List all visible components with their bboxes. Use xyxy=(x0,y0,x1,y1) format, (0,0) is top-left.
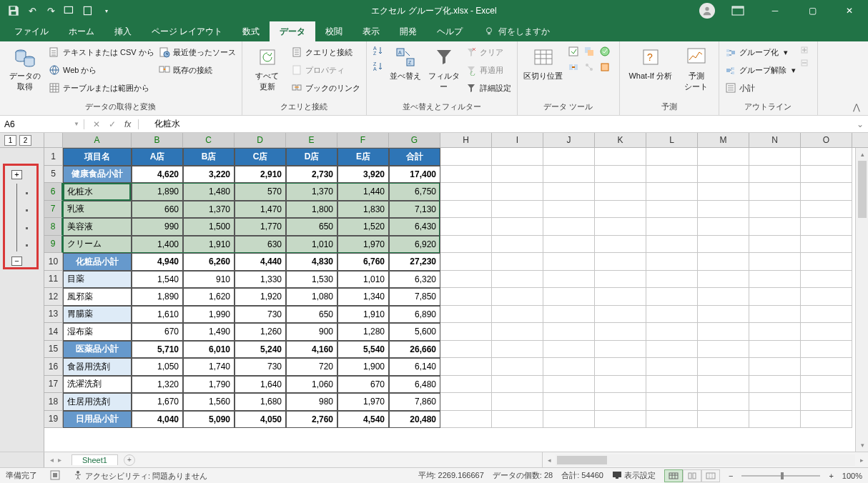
cell[interactable]: 670 xyxy=(132,323,183,341)
cell[interactable]: 730 xyxy=(235,306,286,324)
cell[interactable]: 1,770 xyxy=(235,218,286,236)
name-box[interactable]: A6▼ xyxy=(0,119,84,129)
cell[interactable] xyxy=(698,236,749,254)
redo-icon[interactable]: ↷ xyxy=(44,4,57,17)
tab-page-layout[interactable]: ページ レイアウト xyxy=(142,21,232,41)
save-icon[interactable] xyxy=(7,4,20,17)
cell[interactable]: 1,370 xyxy=(183,201,235,219)
cell[interactable] xyxy=(801,288,852,306)
minimize-button[interactable]: ─ xyxy=(761,0,789,21)
cell[interactable]: 1,740 xyxy=(183,358,235,376)
cell[interactable] xyxy=(698,183,749,201)
hide-detail-button[interactable] xyxy=(800,57,812,69)
zoom-level[interactable]: 100% xyxy=(842,472,862,480)
cell[interactable]: 住居用洗剤 xyxy=(63,393,132,411)
cell[interactable]: 910 xyxy=(183,271,235,289)
cell[interactable] xyxy=(749,323,801,341)
cell[interactable] xyxy=(801,323,852,341)
cell[interactable] xyxy=(646,236,698,254)
cell[interactable] xyxy=(595,323,646,341)
cell[interactable]: 980 xyxy=(286,393,337,411)
cell[interactable]: 美容液 xyxy=(63,218,132,236)
cell[interactable]: 720 xyxy=(286,358,337,376)
row-header[interactable]: 5 xyxy=(44,166,63,184)
cell[interactable]: 食器用洗剤 xyxy=(63,358,132,376)
cell[interactable] xyxy=(749,271,801,289)
zoom-slider[interactable] xyxy=(741,475,820,477)
cell[interactable] xyxy=(749,183,801,201)
cell[interactable] xyxy=(749,288,801,306)
cell[interactable] xyxy=(698,148,749,166)
row-header[interactable]: 13 xyxy=(44,306,63,324)
normal-view-button[interactable] xyxy=(664,469,683,482)
cell[interactable] xyxy=(749,166,801,184)
column-header[interactable]: J xyxy=(543,133,595,147)
reapply-button[interactable]: 再適用 xyxy=(465,62,511,78)
cell[interactable] xyxy=(492,253,543,271)
cell[interactable] xyxy=(492,288,543,306)
cell[interactable] xyxy=(595,166,646,184)
cell[interactable] xyxy=(440,271,492,289)
cell[interactable] xyxy=(440,341,492,359)
cell[interactable] xyxy=(801,218,852,236)
cell[interactable]: 5,090 xyxy=(183,411,235,429)
cell[interactable] xyxy=(595,358,646,376)
horizontal-scrollbar[interactable]: ◂▸ xyxy=(542,452,868,467)
cell[interactable] xyxy=(595,271,646,289)
cell[interactable]: A店 xyxy=(132,148,183,166)
row-header[interactable]: 19 xyxy=(44,411,63,429)
forecast-button[interactable]: 予測 シート xyxy=(680,44,713,92)
cell[interactable]: 4,540 xyxy=(337,411,389,429)
cell[interactable] xyxy=(801,236,852,254)
cell[interactable] xyxy=(595,218,646,236)
tab-home[interactable]: ホーム xyxy=(59,21,104,41)
cell[interactable] xyxy=(543,306,595,324)
cell[interactable]: 4,440 xyxy=(235,253,286,271)
cell[interactable]: 1,990 xyxy=(183,306,235,324)
cell[interactable] xyxy=(595,201,646,219)
cell[interactable]: 項目名 xyxy=(63,148,132,166)
cell[interactable]: 1,830 xyxy=(337,201,389,219)
cell[interactable]: 2,910 xyxy=(235,166,286,184)
cell[interactable]: 6,920 xyxy=(389,236,440,254)
cell[interactable] xyxy=(801,253,852,271)
cell[interactable]: 5,240 xyxy=(235,341,286,359)
cell[interactable]: 4,040 xyxy=(132,411,183,429)
row-header[interactable]: 17 xyxy=(44,376,63,394)
cell[interactable]: 1,050 xyxy=(132,358,183,376)
cell[interactable] xyxy=(749,201,801,219)
undo-icon[interactable]: ↶ xyxy=(26,4,39,17)
cell[interactable] xyxy=(801,166,852,184)
collapse-ribbon-button[interactable]: ⋀ xyxy=(849,102,864,112)
cell[interactable]: 1,010 xyxy=(286,236,337,254)
queries-button[interactable]: クエリと接続 xyxy=(291,44,360,60)
cell[interactable] xyxy=(646,341,698,359)
refresh-all-button[interactable]: すべて 更新 xyxy=(248,44,287,92)
cell[interactable] xyxy=(801,306,852,324)
cell[interactable] xyxy=(801,358,852,376)
tab-formula[interactable]: 数式 xyxy=(232,21,270,41)
whatif-button[interactable]: ? What-If 分析 xyxy=(626,44,676,81)
cell[interactable] xyxy=(646,201,698,219)
cell[interactable]: クリーム xyxy=(63,236,132,254)
cell[interactable] xyxy=(646,411,698,429)
cell[interactable]: 6,890 xyxy=(389,306,440,324)
cell[interactable] xyxy=(492,271,543,289)
cell[interactable] xyxy=(646,358,698,376)
cell[interactable]: 1,320 xyxy=(132,376,183,394)
column-header[interactable]: D xyxy=(235,133,286,147)
cell[interactable]: 1,330 xyxy=(235,271,286,289)
cell[interactable] xyxy=(801,341,852,359)
cell[interactable] xyxy=(440,183,492,201)
cell[interactable] xyxy=(801,201,852,219)
cell[interactable] xyxy=(440,201,492,219)
properties-button[interactable]: プロパティ xyxy=(291,62,360,78)
cell[interactable]: 1,520 xyxy=(337,218,389,236)
cell[interactable] xyxy=(698,166,749,184)
close-button[interactable]: ✕ xyxy=(835,0,864,21)
column-header[interactable]: L xyxy=(646,133,698,147)
cell[interactable] xyxy=(698,323,749,341)
from-csv-button[interactable]: テキストまたは CSV から xyxy=(49,44,154,60)
cell[interactable]: 1,790 xyxy=(183,376,235,394)
cell[interactable] xyxy=(646,271,698,289)
